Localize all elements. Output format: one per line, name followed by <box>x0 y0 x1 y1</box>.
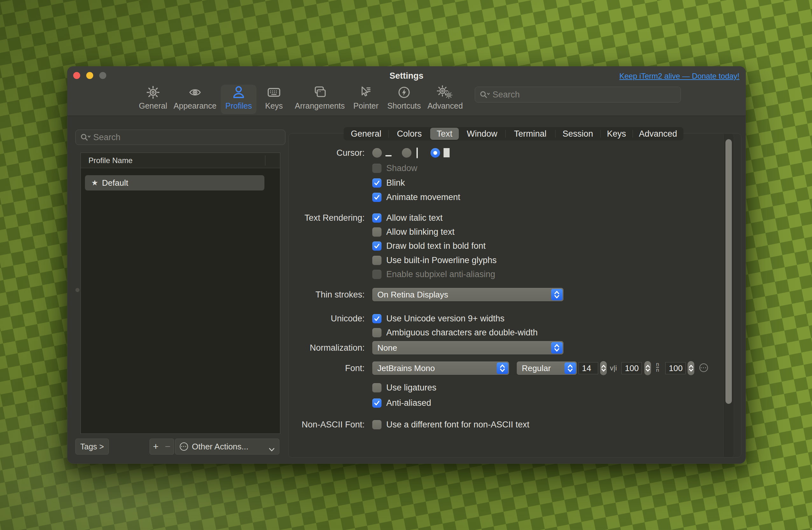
subpixel-checkbox[interactable] <box>372 270 381 279</box>
tags-button[interactable]: Tags > <box>75 438 109 455</box>
popup-updown-icon <box>564 362 576 374</box>
underline-cursor-glyph <box>385 155 392 156</box>
thin-strokes-select[interactable]: On Retina Displays <box>372 288 564 301</box>
subpixel-row: Enable subpixel anti-aliasing <box>372 269 495 279</box>
toolbar-item-shortcuts[interactable]: Shortcuts <box>380 84 428 115</box>
toolbar-item-appearance[interactable]: Appearance <box>171 84 219 115</box>
allow-blinking-row: Allow blinking text <box>372 227 455 237</box>
cursor-underline-radio[interactable] <box>372 148 382 158</box>
toolbar-search-input[interactable] <box>493 90 681 100</box>
non-ascii-checkbox[interactable] <box>372 420 381 429</box>
tab-terminal[interactable]: Terminal <box>505 127 555 140</box>
more-options-icon[interactable]: ··· <box>699 363 708 372</box>
font-family-select[interactable]: JetBrains Mono <box>372 362 509 375</box>
column-divider[interactable] <box>265 155 265 166</box>
cursor-style-group <box>372 148 468 158</box>
text-rendering-label: Text Rendering: <box>304 213 365 223</box>
bold-font-row: Draw bold text in bold font <box>372 241 485 251</box>
profile-name: Default <box>102 178 128 188</box>
vertical-spacing-icon: n n <box>656 362 659 373</box>
vertical-spacing-field[interactable]: 100 <box>665 362 686 374</box>
popup-updown-icon <box>551 342 563 353</box>
animate-movement-row: Animate movement <box>372 192 460 202</box>
ambiguous-width-row: Ambiguous characters are double-width <box>372 328 538 337</box>
unicode9-checkbox[interactable] <box>372 314 381 323</box>
popup-updown-icon <box>497 362 508 374</box>
cursor-box-radio[interactable] <box>431 148 440 158</box>
ambiguous-width-checkbox[interactable] <box>372 328 381 337</box>
profile-list-header[interactable]: Profile Name <box>81 153 280 168</box>
profile-row-default[interactable]: ★ Default <box>85 175 264 191</box>
gear-icon <box>147 84 159 101</box>
horizontal-spacing-stepper[interactable] <box>644 361 651 375</box>
ligatures-row: Use ligatures <box>372 383 437 392</box>
titlebar: Settings Keep iTerm2 alive — Donate toda… <box>67 66 746 116</box>
popup-updown-icon <box>551 289 563 301</box>
toolbar-item-keys[interactable]: Keys <box>250 84 298 115</box>
powerline-row: Use built-in Powerline glyphs <box>372 255 497 265</box>
tab-text[interactable]: Text <box>430 128 459 140</box>
scrollbar-thumb[interactable] <box>725 139 732 404</box>
tab-window[interactable]: Window <box>459 127 505 140</box>
column-header-profile-name: Profile Name <box>88 156 133 165</box>
donate-link[interactable]: Keep iTerm2 alive — Donate today! <box>619 72 739 81</box>
powerline-checkbox[interactable] <box>372 256 381 265</box>
unicode-label: Unicode: <box>331 314 365 323</box>
windows-stack-icon <box>312 84 328 101</box>
star-icon: ★ <box>91 178 98 187</box>
bold-font-checkbox[interactable] <box>372 241 381 251</box>
horizontal-spacing-icon: v|i <box>610 364 617 372</box>
settings-window: Settings Keep iTerm2 alive — Donate toda… <box>67 66 746 464</box>
shadow-checkbox[interactable] <box>372 164 381 173</box>
tab-colors[interactable]: Colors <box>389 127 430 140</box>
other-actions-button[interactable]: ··· Other Actions... <box>175 438 279 455</box>
cursor-arrow-icon <box>359 84 373 101</box>
font-style-select[interactable]: Regular <box>517 362 577 375</box>
profile-search-input[interactable] <box>93 132 285 142</box>
antialiased-checkbox[interactable] <box>372 399 381 408</box>
add-profile-button[interactable]: + <box>149 438 162 455</box>
cursor-bar-radio[interactable] <box>402 148 411 158</box>
font-size-stepper[interactable] <box>600 361 607 375</box>
antialiased-row: Anti-aliased <box>372 398 431 408</box>
search-icon <box>479 90 490 99</box>
ligatures-checkbox[interactable] <box>372 383 381 392</box>
toolbar-item-general[interactable]: General <box>129 84 177 115</box>
ellipsis-circle-icon: ··· <box>180 443 188 451</box>
tab-session[interactable]: Session <box>555 127 600 140</box>
other-actions-label: Other Actions... <box>192 442 248 452</box>
blink-checkbox[interactable] <box>372 178 381 187</box>
tab-general[interactable]: General <box>344 127 389 140</box>
toolbar-search-field[interactable] <box>475 87 681 102</box>
toolbar-item-arrangements[interactable]: Arrangements <box>296 84 344 115</box>
allow-italic-checkbox[interactable] <box>372 213 381 223</box>
unicode9-row: Use Unicode version 9+ widths <box>372 314 504 323</box>
gears-icon <box>437 84 454 101</box>
allow-blinking-checkbox[interactable] <box>372 227 381 237</box>
eye-icon <box>188 84 202 101</box>
splitter-handle[interactable] <box>75 288 79 292</box>
shadow-row: Shadow <box>372 163 418 173</box>
bar-cursor-glyph <box>417 148 418 158</box>
font-label: Font: <box>345 363 365 373</box>
tab-keys[interactable]: Keys <box>600 127 633 140</box>
normalization-label: Normalization: <box>309 343 365 352</box>
lightning-circle-icon <box>397 84 411 101</box>
profile-list: Profile Name ★ Default <box>81 153 280 434</box>
tab-advanced[interactable]: Advanced <box>633 127 683 140</box>
profile-search-field[interactable] <box>75 130 286 145</box>
toolbar-item-advanced[interactable]: Advanced <box>421 84 469 115</box>
normalization-select[interactable]: None <box>372 341 564 354</box>
non-ascii-row: Use a different font for non-ASCII text <box>372 420 530 429</box>
horizontal-spacing-field[interactable]: 100 <box>621 362 642 374</box>
search-icon <box>80 133 91 141</box>
box-cursor-glyph <box>444 148 450 157</box>
allow-italic-row: Allow italic text <box>372 213 443 223</box>
font-size-field[interactable]: 14 <box>578 362 598 374</box>
thin-strokes-label: Thin strokes: <box>315 290 365 299</box>
animate-movement-checkbox[interactable] <box>372 193 381 202</box>
blink-row: Blink <box>372 178 405 187</box>
remove-profile-button[interactable]: − <box>162 438 174 455</box>
profile-tabs: General Colors Text Window Terminal Sess… <box>344 127 683 140</box>
vertical-spacing-stepper[interactable] <box>687 361 694 375</box>
